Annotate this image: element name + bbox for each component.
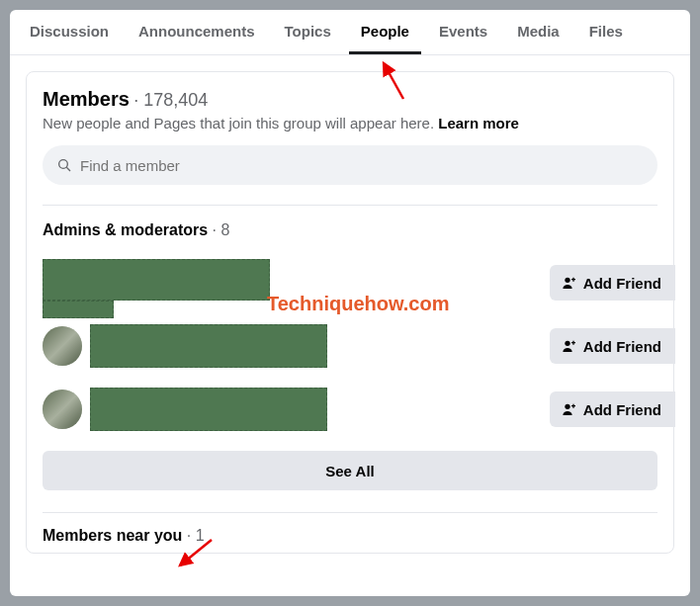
admins-list: Add Friend Add Friend: [43, 251, 657, 441]
tab-discussion[interactable]: Discussion: [18, 10, 121, 54]
search-input[interactable]: [80, 157, 644, 174]
group-members-window: Discussion Announcements Topics People E…: [10, 10, 690, 596]
members-count: · 178,404: [133, 90, 208, 110]
learn-more-link[interactable]: Learn more: [438, 115, 519, 131]
members-title: Members: [43, 88, 130, 110]
tab-events[interactable]: Events: [427, 10, 499, 54]
members-panel: Members · 178,404 New people and Pages t…: [26, 71, 674, 554]
members-near-you-section: Members near you · 1: [43, 512, 657, 545]
content-area: Members · 178,404 New people and Pages t…: [10, 55, 690, 554]
divider: [43, 205, 657, 206]
svg-point-1: [59, 160, 68, 169]
svg-line-2: [66, 167, 70, 171]
add-friend-icon: [562, 338, 577, 354]
add-friend-button[interactable]: Add Friend: [550, 265, 675, 301]
svg-point-4: [565, 341, 569, 346]
member-row: Add Friend: [43, 251, 657, 314]
redacted-block: [43, 301, 114, 318]
add-friend-icon: [562, 275, 577, 291]
member-search-bar[interactable]: [43, 145, 657, 185]
tab-people[interactable]: People: [349, 10, 421, 54]
member-row: Add Friend: [43, 378, 657, 441]
svg-point-5: [565, 404, 569, 409]
avatar[interactable]: [43, 326, 82, 366]
see-all-button[interactable]: See All: [43, 451, 657, 490]
tab-files[interactable]: Files: [577, 10, 635, 54]
near-you-title: Members near you · 1: [43, 527, 657, 545]
tab-announcements[interactable]: Announcements: [127, 10, 267, 54]
redacted-block: [90, 388, 327, 431]
group-tabs: Discussion Announcements Topics People E…: [10, 10, 690, 55]
add-friend-button[interactable]: Add Friend: [550, 391, 675, 427]
tab-topics[interactable]: Topics: [273, 10, 343, 54]
add-friend-button[interactable]: Add Friend: [550, 328, 675, 364]
avatar[interactable]: [43, 390, 82, 429]
tab-media[interactable]: Media: [505, 10, 571, 54]
add-friend-icon: [562, 401, 577, 417]
members-header: Members · 178,404: [43, 88, 657, 111]
admins-section-title: Admins & moderators · 8: [43, 221, 657, 239]
members-description: New people and Pages that join this grou…: [43, 115, 657, 131]
member-row: Add Friend: [43, 314, 657, 378]
search-icon: [56, 157, 72, 173]
svg-point-3: [565, 278, 569, 283]
redacted-block: [90, 324, 327, 368]
redacted-block: [43, 259, 270, 301]
